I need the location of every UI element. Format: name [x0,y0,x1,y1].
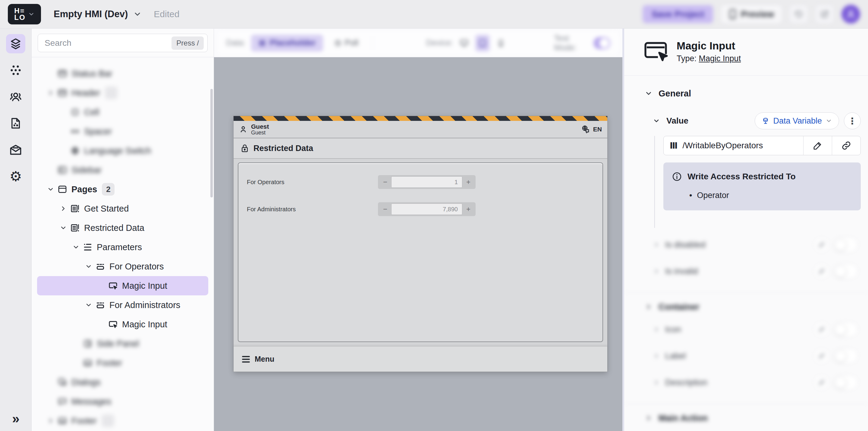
bind-property-button[interactable] [814,264,829,278]
section-container[interactable]: Container [644,302,861,312]
tree-scrollbar[interactable] [210,89,213,197]
hmi-language-switch[interactable]: EN [581,125,602,134]
status-bar-icon [57,68,68,79]
value-property[interactable]: Value [651,116,688,126]
chevron-down-icon[interactable] [84,261,94,272]
tree-item-parameters[interactable]: Parameters [37,238,208,257]
variable-field-group: Ⅲ /WritableByOperators [663,136,861,155]
bind-property-button[interactable] [814,238,829,252]
increment-button[interactable]: + [462,176,474,188]
type-link[interactable]: Magic Input [699,54,741,63]
tree-item-dialogs[interactable]: Dialogs [37,372,208,392]
test-mode-toggle[interactable] [593,37,610,49]
value-property-row: Value Data Variable ⋮ [644,113,861,129]
tree-item-status-bar[interactable]: Status Bar [37,64,208,83]
hmi-input-row: For Administrators − 7,890 + [247,202,602,216]
stepper-value[interactable]: 1 [391,176,462,188]
chevron-right-icon[interactable] [45,88,56,98]
search-input[interactable] [44,38,172,48]
decrement-button[interactable]: − [379,204,391,215]
placeholder-button-label: Placeholder [270,38,316,48]
tree-item-sidebar[interactable]: Sidebar [37,160,208,180]
chevron-down-icon[interactable] [84,300,94,310]
chevron-right-icon[interactable] [45,415,56,426]
tree-item-footer[interactable]: Footer [37,411,208,430]
bind-property-button[interactable] [814,322,829,337]
tree-item-restricted-data[interactable]: Restricted Data [37,218,208,238]
preview-button[interactable]: Preview [721,5,782,23]
bind-property-button[interactable] [814,375,829,390]
device-tablet-icon[interactable] [475,35,490,52]
nav-structure-layers-icon[interactable] [6,34,25,53]
inspector-panel: Magic Input Type: Magic Input General Va… [622,29,868,431]
chevron-down-icon[interactable] [58,223,68,233]
property-row-icon[interactable]: Icon [651,316,858,343]
more-options-button[interactable]: ⋮ [844,113,861,129]
history-button[interactable] [789,5,808,23]
property-row-description[interactable]: Description [651,369,858,396]
decrement-button[interactable]: − [379,176,391,188]
data-poll-button[interactable]: Poll [329,35,364,52]
tree-item-side-panel[interactable]: Side Panel [37,334,208,353]
property-toggle[interactable] [833,349,858,363]
property-row-is-disabled[interactable]: Is disabled [651,232,858,258]
property-toggle[interactable] [833,238,858,252]
chevron-down-icon [644,88,654,98]
bind-property-button[interactable] [814,349,829,363]
section-main-action[interactable]: Main Action [644,413,861,423]
device-phone-icon[interactable] [495,36,507,50]
expand-sidebar-button[interactable]: » [0,411,32,426]
property-toggle[interactable] [833,322,858,337]
nav-settings-gear-icon[interactable]: ⚙ [6,167,25,186]
device-desktop-icon[interactable] [459,36,470,50]
variable-path-value: /WritableByOperators [682,141,763,150]
nav-assets-icon[interactable] [6,114,25,133]
property-toggle[interactable] [833,264,858,278]
tree-item-magic-input-selected[interactable]: Magic Input [37,276,208,296]
app-logo-menu[interactable]: H≡ LO [8,4,41,24]
chevron-down-icon[interactable] [45,184,56,194]
tree-item-header[interactable]: Header [37,83,208,102]
chevron-down-icon[interactable] [71,242,81,252]
increment-button[interactable]: + [462,204,474,215]
nav-components-icon[interactable] [6,61,25,80]
tree-item-get-started[interactable]: Get Started [37,199,208,218]
binding-type-dropdown[interactable]: Data Variable [755,113,839,129]
variable-path-field[interactable]: Ⅲ /WritableByOperators [664,136,803,155]
search-box[interactable]: Press / [38,34,208,52]
tree-item-cell[interactable]: Cell [37,102,208,122]
section-general-label: General [658,89,691,98]
link-variable-button[interactable] [832,136,861,155]
tree-item-magic-input[interactable]: Magic Input [37,315,208,334]
project-menu-chevron-icon[interactable] [133,10,142,19]
save-project-button[interactable]: Save Project [643,5,713,23]
hmi-menu-label: Menu [255,355,274,364]
tree-item-messages[interactable]: Messages [37,392,208,411]
property-toggle[interactable] [833,375,858,390]
tree-item-language-switch[interactable]: Language Switch [37,141,208,160]
tree-item-footer-inner[interactable]: Footer [37,353,208,372]
icon-rail: ⚙ » [0,29,32,431]
stepper-value[interactable]: 7,890 [391,204,462,215]
chevron-right-icon[interactable] [58,204,68,214]
chevron-right-icon [651,324,661,335]
hmi-menu-bar[interactable]: Menu [234,346,607,372]
user-avatar[interactable] [841,5,860,24]
hmi-user-chip[interactable]: Guest Guest [239,123,269,135]
property-label: Icon [665,325,681,334]
tree-item-pages[interactable]: Pages 2 [37,180,208,199]
page-icon [70,203,81,214]
share-button[interactable] [815,5,834,23]
section-general[interactable]: General [644,88,861,98]
lock-icon [241,144,249,153]
property-row-is-invalid[interactable]: Is invalid [651,258,858,284]
tree-item-for-operators[interactable]: For Operators [37,257,208,276]
property-row-label[interactable]: Label [651,343,858,369]
nav-inbox-icon[interactable] [6,140,25,159]
data-placeholder-button[interactable]: Placeholder [251,35,323,52]
hmi-input-label: For Operators [247,179,378,186]
tree-item-for-administrators[interactable]: For Administrators [37,296,208,315]
tree-item-spacer[interactable]: Spacer [37,122,208,141]
edit-pencil-button[interactable] [803,136,832,155]
nav-users-icon[interactable] [6,87,25,106]
